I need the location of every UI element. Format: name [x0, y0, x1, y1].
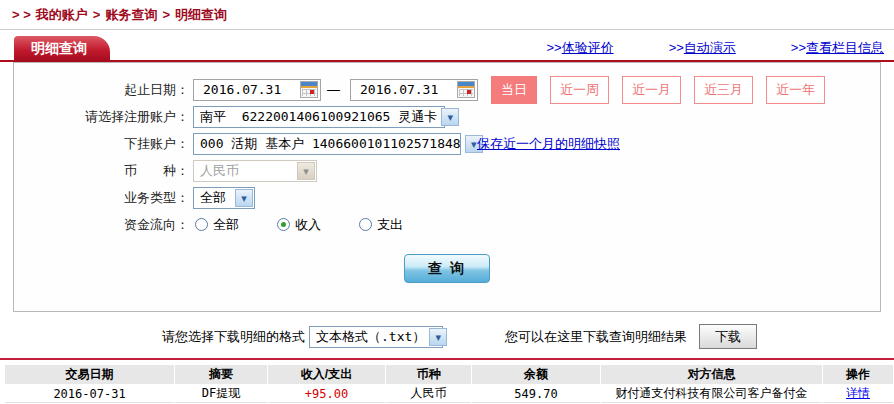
date-range-label: 起止日期： [14, 81, 189, 99]
tab-detail-query[interactable]: 明细查询 [14, 36, 110, 62]
download-row: 请您选择下载明细的格式 文本格式（.txt） ▾ 您可以在这里下载查询明细结果 … [162, 324, 894, 349]
breadcrumb-item-account-query[interactable]: 账务查询 [105, 6, 157, 24]
col-header-currency: 币种 [386, 365, 471, 384]
link-label: 查看栏目信息 [806, 40, 884, 55]
date-range-dash: — [327, 82, 340, 97]
col-header-amount: 收入/支出 [268, 365, 385, 384]
breadcrumb-separator: > [93, 7, 101, 22]
sub-account-label: 下挂账户： [14, 135, 189, 153]
sub-account-select[interactable]: 000 活期 基本户 1406600101102571848 ▾ [193, 133, 461, 155]
cell-balance: 549.70 [472, 385, 600, 403]
register-account-value: 南平 6222001406100921065 灵通卡 [200, 108, 437, 126]
end-date-input[interactable]: 2016.07.31 [350, 79, 478, 101]
chevron-down-icon[interactable]: ▾ [441, 108, 459, 126]
link-label: 体验评价 [562, 40, 614, 55]
detail-link[interactable]: 详情 [846, 386, 870, 400]
currency-select: 人民币 ▾ [193, 160, 317, 182]
red-divider [0, 358, 894, 360]
business-type-value: 全部 [200, 189, 231, 207]
save-monthly-snapshot-link[interactable]: 保存近一个月的明细快照 [477, 135, 620, 153]
quick-range-year-button[interactable]: 近一年 [766, 76, 825, 104]
breadcrumb-separator: > [162, 7, 170, 22]
flow-radio-income[interactable]: 收入 [277, 216, 321, 234]
chevron-down-icon[interactable]: ▾ [235, 189, 253, 207]
download-format-value: 文本格式（.txt） [316, 328, 425, 346]
quick-range-3months-button[interactable]: 近三月 [694, 76, 753, 104]
fund-flow-row: 资金流向： 全部 收入 支出 [14, 211, 880, 238]
radio-icon [359, 218, 372, 231]
breadcrumb: > > 我的账户 > 账务查询 > 明细查询 [0, 0, 894, 30]
tab-band: 明细查询 >>体验评价 >>自动演示 >>查看栏目信息 [0, 36, 894, 62]
calendar-icon[interactable] [300, 81, 318, 98]
cell-amount: +95.00 [268, 385, 385, 403]
table-header: 交易日期 摘要 收入/支出 币种 余额 对方信息 操作 [5, 365, 893, 384]
quick-range-today-button[interactable]: 当日 [491, 76, 537, 104]
register-account-label: 请选择注册账户： [14, 108, 189, 126]
link-auto-demo[interactable]: >>自动演示 [669, 39, 736, 57]
chevron-down-icon[interactable]: ▾ [429, 328, 447, 346]
currency-value: 人民币 [200, 162, 293, 180]
breadcrumb-item-detail-query[interactable]: 明细查询 [175, 6, 227, 24]
date-range-row: 起止日期： 2016.07.31 — 2016.07.31 当日 近一周 近一月… [14, 76, 880, 103]
business-type-label: 业务类型： [14, 189, 189, 207]
sub-account-value: 000 活期 基本户 1406600101102571848 [200, 135, 461, 153]
currency-row: 币 种： 人民币 ▾ [14, 157, 880, 184]
quick-range-week-button[interactable]: 近一周 [550, 76, 609, 104]
fund-flow-label: 资金流向： [14, 216, 189, 234]
cell-summary: DF提现 [175, 385, 267, 403]
link-view-column-info[interactable]: >>查看栏目信息 [791, 39, 884, 57]
query-button-row: 查 询 [14, 254, 880, 283]
col-header-balance: 余额 [472, 365, 600, 384]
breadcrumb-item-my-account[interactable]: 我的账户 [36, 6, 88, 24]
table-row: 2016-07-31 DF提现 +95.00 人民币 549.70 财付通支付科… [5, 385, 893, 403]
header-links: >>体验评价 >>自动演示 >>查看栏目信息 [546, 39, 884, 57]
cell-counterparty: 财付通支付科技有限公司客户备付金 [601, 385, 822, 403]
download-format-select[interactable]: 文本格式（.txt） ▾ [309, 326, 443, 348]
radio-label: 支出 [377, 216, 403, 234]
breadcrumb-arrows-icon: > > [12, 7, 31, 22]
download-hint-label: 您可以在这里下载查询明细结果 [505, 328, 687, 346]
quick-range-month-button[interactable]: 近一月 [622, 76, 681, 104]
query-form-panel: 起止日期： 2016.07.31 — 2016.07.31 当日 近一周 近一月… [13, 62, 881, 312]
chevron-down-icon: ▾ [297, 162, 315, 180]
download-format-label: 请您选择下载明细的格式 [162, 328, 305, 346]
col-header-counterparty: 对方信息 [601, 365, 822, 384]
link-arrows: >> [546, 40, 561, 55]
radio-icon [195, 218, 208, 231]
flow-radio-expense[interactable]: 支出 [359, 216, 403, 234]
link-experience-review[interactable]: >>体验评价 [546, 39, 613, 57]
calendar-icon[interactable] [457, 81, 475, 98]
start-date-input[interactable]: 2016.07.31 [193, 79, 321, 101]
radio-label: 全部 [213, 216, 239, 234]
register-account-select[interactable]: 南平 6222001406100921065 灵通卡 ▾ [193, 106, 445, 128]
register-account-row: 请选择注册账户： 南平 6222001406100921065 灵通卡 ▾ [14, 103, 880, 130]
sub-account-row: 下挂账户： 000 活期 基本户 1406600101102571848 ▾ 保… [14, 130, 880, 157]
business-type-select[interactable]: 全部 ▾ [193, 187, 255, 209]
col-header-action: 操作 [823, 365, 893, 384]
cell-date: 2016-07-31 [5, 385, 174, 403]
col-header-summary: 摘要 [175, 365, 267, 384]
cell-currency: 人民币 [386, 385, 471, 403]
radio-icon [277, 218, 290, 231]
link-label: 自动演示 [684, 40, 736, 55]
radio-label: 收入 [295, 216, 321, 234]
flow-radio-all[interactable]: 全部 [195, 216, 239, 234]
end-date-value: 2016.07.31 [360, 82, 457, 97]
query-button[interactable]: 查 询 [404, 254, 490, 283]
business-type-row: 业务类型： 全部 ▾ [14, 184, 880, 211]
result-table: 交易日期 摘要 收入/支出 币种 余额 对方信息 操作 2016-07-31 D… [4, 364, 894, 404]
col-header-date: 交易日期 [5, 365, 174, 384]
link-arrows: >> [791, 40, 806, 55]
download-button[interactable]: 下载 [699, 324, 757, 349]
start-date-value: 2016.07.31 [203, 82, 300, 97]
currency-label: 币 种： [14, 162, 189, 180]
link-arrows: >> [669, 40, 684, 55]
